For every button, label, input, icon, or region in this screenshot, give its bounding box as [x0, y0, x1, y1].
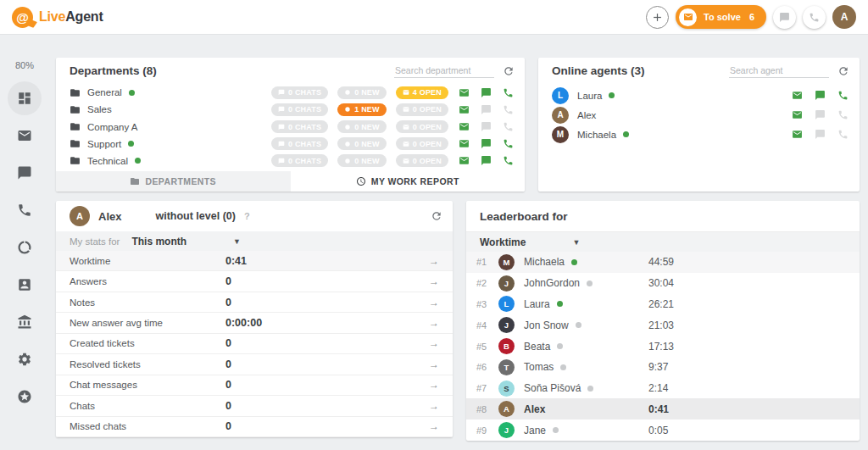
chat-icon[interactable]: [480, 103, 492, 116]
leaderboard-row[interactable]: #5 B Beata 17:13: [466, 336, 860, 357]
chats-badge[interactable]: 0 CHATS: [271, 120, 328, 133]
leaderboard-row[interactable]: #7 S Soňa Pišová 2:14: [466, 378, 860, 399]
liveagent-logo[interactable]: @ LiveAgent: [12, 7, 103, 28]
stat-row[interactable]: Answers0→: [56, 271, 453, 292]
stat-row[interactable]: Created tickets0→: [56, 334, 453, 354]
department-row[interactable]: General 0 CHATS 0 NEW 4 OPEN: [56, 84, 525, 101]
leaderboard-row[interactable]: #6 T Tomas 9:37: [466, 357, 860, 378]
chats-badge[interactable]: 0 CHATS: [271, 154, 328, 167]
chat-icon[interactable]: [480, 137, 492, 150]
department-row[interactable]: Sales 0 CHATS 1 NEW 0 OPEN: [56, 101, 525, 118]
chats-badge[interactable]: 0 CHATS: [271, 103, 328, 116]
department-row[interactable]: Technical 0 CHATS 0 NEW 0 OPEN: [56, 153, 525, 169]
help-icon[interactable]: ?: [244, 211, 250, 221]
sidebar-item-dashboard[interactable]: [8, 81, 42, 115]
refresh-icon[interactable]: [837, 65, 849, 77]
calls-button[interactable]: [803, 6, 826, 29]
leaderboard-row[interactable]: #8 A Alex 0:41: [466, 398, 860, 419]
agent-row[interactable]: M Michaela: [538, 125, 860, 144]
sidebar-item-settings[interactable]: [8, 342, 42, 376]
departments-title: Departments (8): [70, 64, 157, 77]
agent-search-input[interactable]: [729, 64, 829, 78]
mail-icon[interactable]: [458, 154, 470, 167]
phone-icon[interactable]: [502, 103, 515, 116]
mail-icon[interactable]: [458, 137, 470, 150]
refresh-icon[interactable]: [431, 210, 442, 222]
stat-row[interactable]: Worktime0:41→: [56, 251, 453, 271]
user-avatar[interactable]: A: [832, 5, 856, 29]
refresh-icon[interactable]: [503, 65, 515, 77]
chat-icon[interactable]: [814, 108, 826, 121]
sidebar-item-chats[interactable]: [8, 156, 42, 190]
mail-icon[interactable]: [458, 86, 470, 99]
chat-icon[interactable]: [814, 89, 826, 102]
leaderboard-row[interactable]: #9 J Jane 0:05: [466, 419, 860, 441]
mail-icon[interactable]: [791, 89, 804, 102]
mail-icon[interactable]: [791, 128, 804, 141]
phone-icon[interactable]: [502, 120, 515, 133]
chevron-down-icon[interactable]: ▼: [233, 237, 241, 246]
phone-icon[interactable]: [502, 137, 515, 150]
chat-icon[interactable]: [814, 128, 826, 141]
sidebar-item-tickets[interactable]: [8, 119, 42, 153]
mail-icon[interactable]: [458, 103, 470, 116]
department-search-input[interactable]: [394, 64, 494, 78]
agent-row[interactable]: A Alex: [538, 105, 860, 125]
add-button[interactable]: [646, 6, 669, 29]
open-badge[interactable]: 4 OPEN: [396, 86, 448, 99]
stat-row[interactable]: Chat messages0→: [56, 375, 453, 396]
chats-badge[interactable]: 0 CHATS: [271, 137, 328, 150]
sidebar-item-social[interactable]: [8, 231, 42, 264]
arrow-right-icon: →: [429, 317, 439, 329]
open-badge[interactable]: 0 OPEN: [396, 120, 448, 133]
stat-row[interactable]: Missed chats0→: [56, 417, 453, 437]
phone-icon[interactable]: [837, 108, 849, 121]
chat-icon[interactable]: [480, 86, 492, 99]
chat-icon[interactable]: [480, 154, 492, 167]
open-badge[interactable]: 0 OPEN: [396, 137, 448, 150]
new-badge[interactable]: 0 NEW: [337, 137, 387, 150]
phone-icon[interactable]: [837, 128, 849, 141]
sidebar-item-company[interactable]: [8, 305, 42, 339]
leaderboard-row[interactable]: #1 M Michaela 44:59: [466, 252, 860, 273]
mail-icon[interactable]: [458, 120, 470, 133]
sidebar-item-gamification[interactable]: [8, 380, 42, 414]
new-badge[interactable]: 1 NEW: [337, 103, 387, 116]
offline-dot: [560, 364, 566, 370]
arrow-right-icon: →: [429, 297, 439, 308]
stat-row[interactable]: Notes0→: [56, 292, 453, 313]
new-badge[interactable]: 0 NEW: [337, 120, 387, 133]
department-row[interactable]: Company A 0 CHATS 0 NEW 0 OPEN: [56, 118, 525, 135]
sidebar-item-contacts[interactable]: [8, 268, 42, 302]
chevron-down-icon[interactable]: ▼: [572, 238, 580, 247]
open-badge[interactable]: 0 OPEN: [396, 154, 448, 167]
tab-my-work-report[interactable]: MY WORK REPORT: [291, 171, 526, 192]
metric-select[interactable]: Worktime: [480, 236, 526, 248]
tab-departments[interactable]: DEPARTMENTS: [56, 171, 291, 192]
department-row[interactable]: Support 0 CHATS 0 NEW 0 OPEN: [56, 136, 525, 153]
agent-name: Michaela: [577, 130, 616, 140]
open-badge[interactable]: 0 OPEN: [396, 103, 448, 116]
chats-button[interactable]: [773, 6, 796, 29]
chat-icon[interactable]: [480, 120, 492, 133]
logo-bubble-icon: @: [12, 7, 33, 28]
to-solve-button[interactable]: To solve 6: [676, 5, 766, 29]
agent-row[interactable]: L Laura: [538, 86, 860, 105]
phone-icon[interactable]: [837, 89, 849, 102]
new-badge[interactable]: 0 NEW: [337, 154, 387, 167]
period-select[interactable]: This month: [131, 236, 186, 247]
leaderboard-row[interactable]: #4 J Jon Snow 21:03: [466, 314, 860, 336]
stat-row[interactable]: New answer avg time0:00:00→: [56, 313, 453, 333]
phone-icon[interactable]: [502, 154, 515, 167]
mail-icon[interactable]: [791, 108, 804, 121]
stat-row[interactable]: Resolved tickets0→: [56, 354, 453, 375]
chats-badge[interactable]: 0 CHATS: [271, 86, 328, 99]
leaderboard-row[interactable]: #2 J JohnGordon 30:04: [466, 273, 860, 294]
stat-row[interactable]: Chats0→: [56, 396, 453, 416]
sidebar-item-calls[interactable]: [8, 193, 42, 227]
department-name: Support: [87, 139, 121, 149]
new-badge[interactable]: 0 NEW: [337, 86, 387, 99]
phone-icon[interactable]: [502, 86, 515, 99]
leaderboard-row[interactable]: #3 L Laura 26:21: [466, 294, 860, 315]
online-dot: [129, 90, 135, 96]
